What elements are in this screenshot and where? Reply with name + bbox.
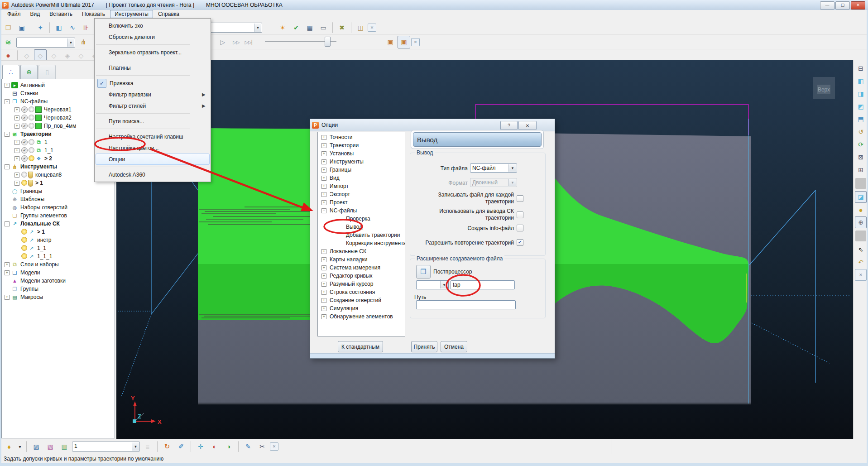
options-tree-row[interactable]: + Создание отверстий — [318, 296, 405, 304]
menu-item[interactable]: Опции — [96, 154, 210, 165]
tree-row[interactable]: Шаблоны — [2, 195, 115, 203]
pattern-editor-icon[interactable]: ▧ — [44, 440, 57, 453]
close-button[interactable]: ✕ — [851, 1, 865, 10]
workplane-icon[interactable]: ✛ — [194, 440, 207, 453]
rotate-icon[interactable]: ↻ — [161, 440, 173, 453]
close-toolbar-icon[interactable]: ✕ — [368, 24, 376, 32]
menu-item[interactable] — [96, 73, 210, 77]
options-tree-row[interactable]: + Редактор кривых — [318, 272, 405, 280]
undo-select-icon[interactable]: ↶ — [855, 256, 867, 268]
minimize-button[interactable]: — — [820, 1, 834, 10]
save-project-icon[interactable]: ▣ — [15, 21, 28, 34]
open-project-icon[interactable]: ❐ — [2, 21, 14, 34]
path-field[interactable] — [416, 300, 516, 309]
dropdown-arrow-icon[interactable]: ▾ — [508, 164, 516, 172]
expander-icon[interactable]: + — [321, 176, 326, 181]
use-cs-checkbox[interactable] — [517, 211, 523, 218]
zoom-extents-icon[interactable]: ⊠ — [855, 151, 867, 163]
expander-icon[interactable]: + — [321, 159, 326, 164]
menu-bar-item[interactable]: Файл — [3, 10, 25, 18]
top-view-icon[interactable]: ⬒ — [855, 113, 867, 125]
play-fast-icon[interactable]: ▷▷ — [230, 36, 243, 48]
dialog-close-button[interactable]: ✕ — [518, 121, 537, 130]
tree-row[interactable]: Модели заготовки — [2, 277, 115, 285]
expander-icon[interactable]: + — [14, 115, 19, 120]
menu-item[interactable]: ✓ Привязка — [96, 77, 210, 89]
options-tree-row[interactable]: + Точности — [318, 133, 405, 141]
trim-icon[interactable]: ✂ — [256, 440, 269, 453]
expander-icon[interactable]: + — [321, 274, 326, 279]
shaded-view-icon[interactable]: ◪ — [855, 191, 867, 203]
options-tree-row[interactable]: + Импорт — [318, 182, 405, 190]
menu-item[interactable]: Включить эхо — [96, 20, 210, 31]
expander-icon[interactable]: + — [321, 168, 326, 173]
tab-trash[interactable]: ▯ — [38, 65, 56, 79]
select-cursor-icon[interactable]: ⇖ — [855, 244, 867, 255]
iso-view-icon[interactable]: ◧ — [855, 75, 867, 87]
options-tree-row[interactable]: + Границы — [318, 166, 405, 174]
feature-editor-icon[interactable]: ▥ — [58, 440, 71, 453]
scale-icon[interactable]: ✖ — [336, 21, 348, 34]
menu-item[interactable] — [96, 43, 210, 47]
menu-bar-item[interactable]: Вставить — [45, 10, 77, 18]
expander-icon[interactable]: + — [14, 173, 19, 178]
tree-row[interactable]: Наборы отверстий — [2, 203, 115, 211]
maximize-button[interactable]: ▢ — [835, 1, 850, 10]
options-tree-row[interactable]: + Установы — [318, 149, 405, 158]
viewcube-top[interactable]: Верх — [813, 77, 835, 99]
accept-button[interactable]: Принять — [411, 341, 437, 352]
tool-create-icon[interactable]: ⊪ — [80, 21, 92, 34]
tab-explorer-tree[interactable]: ∴ — [2, 65, 19, 79]
options-tree-row[interactable]: + Вид — [318, 174, 405, 182]
options-tree-row[interactable]: + Разумный курсор — [318, 280, 405, 288]
expander-icon[interactable]: + — [321, 200, 326, 205]
options-tree-row[interactable]: + Проект — [318, 198, 405, 207]
mirror-icon[interactable]: ◐ — [208, 440, 221, 453]
expander-icon[interactable]: + — [14, 124, 19, 129]
menu-item[interactable]: Пути поиска... — [96, 115, 210, 127]
menu-item[interactable]: Фильтр стилей ▶ — [96, 100, 210, 111]
menu-item[interactable]: Фильтр привязки ▶ — [96, 89, 210, 100]
expander-icon[interactable]: + — [321, 192, 326, 197]
expander-icon[interactable]: + — [14, 156, 19, 161]
postprocessor-browse-button[interactable]: ❒ — [416, 265, 431, 279]
slider-knob[interactable] — [325, 37, 331, 47]
zoom-previous-icon[interactable]: ↺ — [855, 126, 867, 138]
shading-sphere-icon[interactable]: ● — [855, 204, 867, 216]
menu-item[interactable]: Настройка цветов... — [96, 142, 210, 154]
options-tree-row[interactable]: + Симуляция — [318, 304, 405, 312]
options-tree-row[interactable]: + Строка состояния — [318, 288, 405, 296]
tree-row[interactable]: Группы — [2, 285, 115, 293]
measure-icon[interactable]: ▭ — [317, 21, 330, 34]
repeat-toolpath-checkbox[interactable]: ✔ — [517, 239, 523, 246]
toolpath-icon[interactable]: ≋ — [2, 36, 14, 48]
simulation-speed-slider[interactable] — [265, 37, 336, 46]
expander-icon[interactable]: - — [5, 221, 10, 226]
menu-bar-item[interactable]: Справка — [153, 10, 184, 18]
defaults-button[interactable]: К стандартным — [338, 341, 383, 352]
tree-row[interactable]: - Локальные СК — [2, 220, 115, 228]
expander-icon[interactable]: + — [5, 262, 10, 267]
expander-icon[interactable]: - — [5, 99, 10, 104]
expander-icon[interactable]: + — [321, 265, 326, 270]
options-tree-row[interactable]: + Экспорт — [318, 190, 405, 198]
options-tree-row[interactable]: - NC-файлы — [318, 207, 405, 215]
dropdown-arrow-icon[interactable]: ▾ — [132, 442, 139, 451]
print-icon[interactable]: ✦ — [34, 21, 47, 34]
expander-icon[interactable]: + — [321, 282, 326, 287]
feed-rate-icon[interactable]: ∿ — [66, 21, 79, 34]
menu-bar-item[interactable]: Инструменты — [110, 10, 153, 18]
expander-icon[interactable]: + — [321, 298, 326, 303]
tree-row[interactable]: + Слои и наборы — [2, 260, 115, 269]
options-tree-row[interactable]: + Локальные СК — [318, 247, 405, 255]
level-combo[interactable]: 1▾ — [72, 442, 140, 452]
options-tree-row[interactable]: + Обнаружение элементов — [318, 312, 405, 321]
annotate-icon[interactable]: ✎ — [242, 440, 254, 453]
options-tree-row[interactable]: Вывод — [318, 223, 405, 231]
expander-icon[interactable]: + — [321, 151, 326, 156]
menu-item[interactable]: Сбросить диалоги — [96, 31, 210, 43]
tool-library-icon[interactable]: ⋔ — [77, 36, 90, 48]
tree-row[interactable]: Группы элементов — [2, 211, 115, 220]
front-view-icon[interactable]: ◩ — [855, 101, 867, 112]
dropdown-arrow-icon[interactable]: ▾ — [440, 281, 448, 288]
